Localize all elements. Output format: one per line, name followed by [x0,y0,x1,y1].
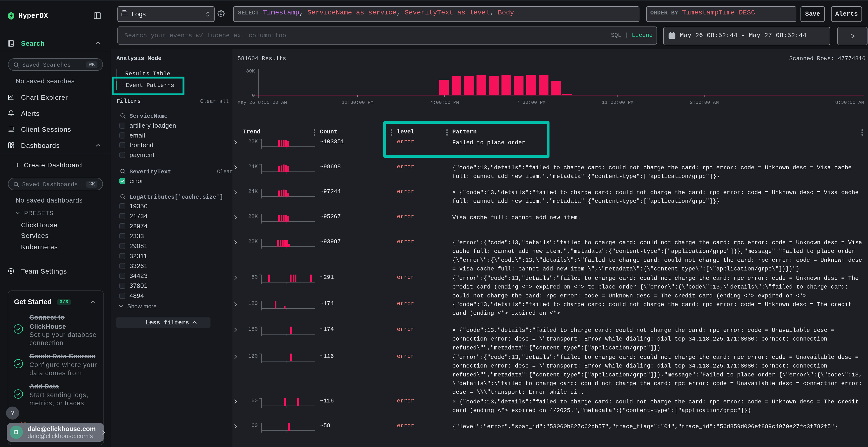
svg-text:7:30:00 PM: 7:30:00 PM [517,100,546,105]
svg-text:8:30:00 AM: 8:30:00 AM [835,100,864,105]
svg-text:May 26 8:30:00 AM: May 26 8:30:00 AM [238,100,287,105]
svg-text:12:30:00 PM: 12:30:00 PM [342,100,373,105]
svg-text:80K: 80K [246,68,255,74]
svg-text:11:00:00 PM: 11:00:00 PM [602,100,633,105]
svg-text:2:30:00 AM: 2:30:00 AM [690,100,719,105]
svg-text:0: 0 [252,93,255,98]
svg-text:4:00:00 PM: 4:00:00 PM [430,100,459,105]
